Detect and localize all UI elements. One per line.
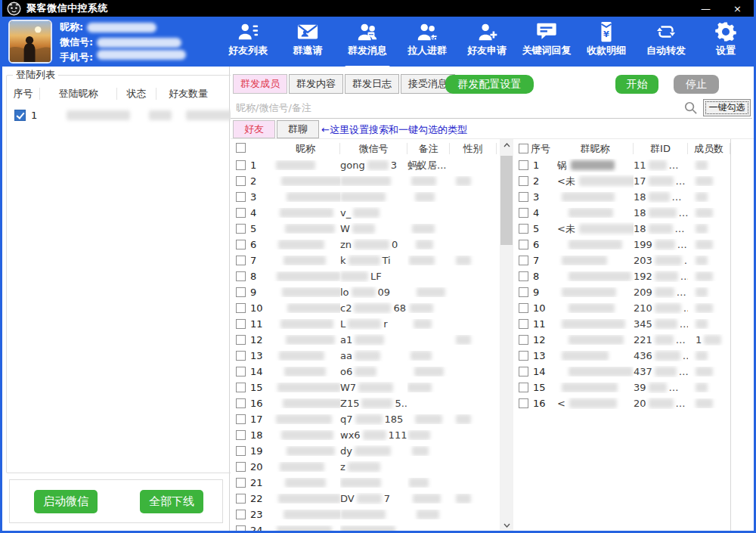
row-checkbox[interactable] (519, 208, 528, 218)
friend-row[interactable]: 9lo09 (232, 284, 499, 300)
group-row[interactable]: 418… (515, 205, 730, 221)
toolbar-item-settings[interactable]: 设置 (701, 19, 751, 67)
scroll-up-button[interactable] (500, 139, 513, 151)
row-checkbox[interactable] (519, 319, 528, 329)
friend-row[interactable]: 6zn0 (232, 237, 499, 253)
row-checkbox[interactable] (236, 224, 246, 234)
friend-row[interactable]: 22DV7 (232, 491, 499, 507)
row-checkbox[interactable] (236, 446, 246, 456)
row-checkbox[interactable] (236, 319, 246, 329)
row-checkbox[interactable] (519, 240, 528, 249)
row-checkbox[interactable] (519, 271, 528, 281)
select-all-friends-checkbox[interactable] (236, 143, 246, 153)
row-checkbox[interactable] (236, 303, 246, 313)
toolbar-item-keyword-reply[interactable]: 关键词回复 (522, 19, 572, 67)
toolbar-item-auto-forward[interactable]: 自动转发 (641, 19, 691, 67)
row-checkbox[interactable] (236, 176, 246, 186)
row-checkbox[interactable] (519, 224, 528, 234)
row-checkbox[interactable] (519, 160, 528, 170)
row-checkbox[interactable] (236, 351, 246, 361)
all-offline-button[interactable]: 全部下线 (140, 490, 203, 513)
row-checkbox[interactable] (519, 367, 528, 377)
friend-row[interactable]: 15W7 (232, 380, 499, 395)
row-checkbox[interactable] (236, 383, 246, 392)
friend-row[interactable]: 21 (232, 475, 499, 491)
row-checkbox[interactable] (236, 398, 246, 408)
friend-row[interactable]: 4v_ (232, 205, 499, 221)
row-checkbox[interactable] (519, 256, 528, 265)
group-row[interactable]: 13436… (515, 348, 730, 364)
main-tab-2[interactable]: 群发内容 (289, 74, 343, 94)
group-row[interactable]: 5<未18… (515, 221, 730, 237)
sub-tab-friends[interactable]: 好友 (233, 120, 275, 138)
row-checkbox[interactable] (236, 208, 246, 218)
search-input[interactable] (231, 97, 678, 118)
friend-row[interactable]: 8LF (232, 268, 499, 284)
friend-row[interactable]: 16Z155... (232, 395, 499, 411)
main-tab-1[interactable]: 群发成员 (233, 74, 287, 94)
row-checkbox[interactable] (236, 160, 246, 170)
row-checkbox[interactable] (236, 478, 246, 488)
row-checkbox[interactable] (236, 335, 246, 345)
sub-tab-groups[interactable]: 群聊 (277, 120, 319, 138)
friend-row[interactable]: 17q7185 (232, 411, 499, 427)
toolbar-item-pull-into-group[interactable]: 拉人进群 (402, 19, 452, 67)
group-row[interactable]: 6199… (515, 237, 730, 253)
toolbar-item-friend-list[interactable]: 好友列表 (223, 19, 273, 67)
select-all-button[interactable]: 一键勾选 (703, 99, 751, 116)
start-button[interactable]: 开始 (615, 75, 658, 94)
search-icon[interactable] (683, 101, 698, 115)
row-checkbox[interactable] (236, 271, 246, 281)
mass-send-config-button[interactable]: 群发配置设置 (445, 75, 534, 94)
main-tab-3[interactable]: 群发日志 (345, 74, 399, 94)
group-row[interactable]: 1539… (515, 380, 730, 395)
toolbar-item-payment-detail[interactable]: ¥收款明细 (581, 19, 631, 67)
friend-row[interactable]: 20z (232, 459, 499, 475)
row-checkbox[interactable] (519, 351, 528, 361)
friend-row[interactable]: 18wx6111 (232, 427, 499, 443)
row-checkbox[interactable] (236, 430, 246, 440)
row-checkbox[interactable] (236, 192, 246, 202)
row-checkbox[interactable] (236, 287, 246, 297)
friend-row[interactable]: 13aa (232, 348, 499, 364)
close-button[interactable]: × (733, 4, 742, 14)
group-row[interactable]: 7203… (515, 253, 730, 268)
row-checkbox[interactable] (236, 525, 246, 531)
row-checkbox[interactable] (519, 176, 528, 186)
friend-row[interactable]: 19dy (232, 443, 499, 459)
row-checkbox[interactable] (236, 240, 246, 249)
friend-row[interactable]: 7kTi (232, 253, 499, 268)
scroll-down-button[interactable] (500, 519, 513, 531)
friend-row[interactable]: 23 (232, 507, 499, 522)
group-row[interactable]: 11345… (515, 316, 730, 332)
friend-row[interactable]: 3 (232, 189, 499, 205)
friend-row[interactable]: 11Lr (232, 316, 499, 332)
row-checkbox[interactable] (236, 494, 246, 504)
row-checkbox[interactable] (519, 303, 528, 313)
group-row[interactable]: 10210… (515, 300, 730, 316)
friend-row[interactable]: 5W (232, 221, 499, 237)
select-all-groups-checkbox[interactable] (519, 144, 528, 153)
login-row[interactable]: 1 (7, 105, 240, 125)
row-checkbox[interactable] (519, 335, 528, 345)
group-row[interactable]: 12221…1 (515, 332, 730, 348)
row-checkbox[interactable] (236, 462, 246, 472)
friend-row[interactable]: 12a1 (232, 332, 499, 348)
row-checkbox[interactable] (236, 256, 246, 265)
row-checkbox[interactable] (236, 510, 246, 519)
friend-row[interactable]: 14o6 (232, 364, 499, 380)
scrollbar-thumb[interactable] (500, 156, 513, 245)
hint-link[interactable]: ←这里设置搜索和一键勾选的类型 (321, 123, 467, 137)
group-row[interactable]: 1锅11… (515, 157, 730, 173)
friend-row[interactable]: 24 (232, 522, 499, 531)
row-checkbox[interactable] (236, 414, 246, 424)
toolbar-item-group-invite[interactable]: 群邀请 (283, 19, 333, 67)
toolbar-item-mass-message[interactable]: 群发消息 (342, 19, 392, 67)
friend-row[interactable]: 10c268 (232, 300, 499, 316)
group-row[interactable]: 16<20… (515, 395, 730, 411)
group-row[interactable]: 14437… (515, 364, 730, 380)
minimize-button[interactable]: — (701, 4, 711, 14)
friend-row[interactable]: 2 (232, 173, 499, 189)
group-row[interactable]: 2<未17… (515, 173, 730, 189)
row-checkbox[interactable] (236, 367, 246, 377)
